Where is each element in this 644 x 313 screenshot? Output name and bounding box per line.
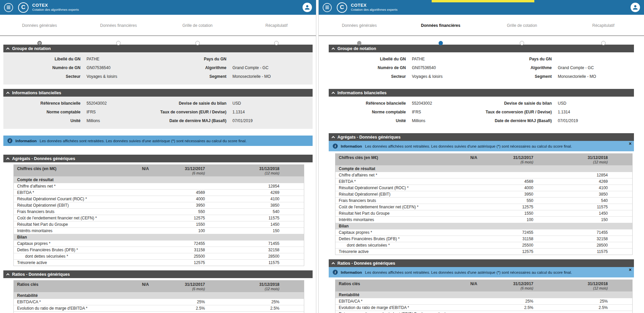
cell-2017: 72455 bbox=[165, 241, 205, 247]
table-row: Résultat Net Part du Groupe 1550 1450 bbox=[335, 210, 632, 216]
row-label: Résultat Net Part du Groupe bbox=[14, 221, 126, 227]
section-header-groupe[interactable]: Groupe de notation bbox=[329, 45, 634, 52]
cell-2017: 25500 bbox=[165, 253, 205, 259]
step-donnees-financieres[interactable]: Données financières bbox=[79, 22, 158, 42]
step-recapitulatif[interactable]: Récapitulatif bbox=[563, 22, 644, 42]
field-label: Libellé du GN bbox=[3, 57, 80, 61]
page-content: Groupe de notation Libellé du GN PATHE N… bbox=[0, 45, 316, 313]
section-header-ratios[interactable]: Ratios - Données génériques bbox=[3, 270, 313, 278]
cell-na bbox=[454, 294, 493, 296]
field-label: Secteur bbox=[329, 74, 406, 79]
app-window-left: C COTEX Cotation des algorithmes experts… bbox=[0, 0, 316, 313]
app-titles: COTEX Cotation des algorithmes experts bbox=[351, 3, 397, 12]
row-label: Capitaux propres * bbox=[14, 241, 126, 247]
info-banner-label: Information bbox=[341, 144, 362, 148]
hamburger-menu-button[interactable] bbox=[323, 3, 332, 12]
row-label: Retour sur capitaux employés brut (EBIT/… bbox=[335, 311, 454, 313]
user-avatar-icon[interactable] bbox=[303, 3, 312, 12]
app-titles: COTEX Cotation des algorithmes experts bbox=[32, 3, 79, 12]
cell-na bbox=[454, 187, 493, 189]
step-recapitulatif[interactable]: Récapitulatif bbox=[237, 22, 316, 42]
app-title: COTEX bbox=[351, 3, 397, 8]
cell-2017: 1550 bbox=[165, 221, 205, 227]
cell-2017 bbox=[493, 168, 533, 169]
table-row: Frais financiers bruts 550 540 bbox=[335, 197, 632, 204]
cell-2017 bbox=[165, 186, 205, 187]
field-label: Référence bilancielle bbox=[3, 101, 80, 106]
cell-na bbox=[454, 307, 493, 308]
section-title: Agrégats - Données génériques bbox=[12, 156, 75, 161]
cell-2017: 4000 bbox=[165, 196, 205, 202]
step-donnees-generales[interactable]: Données générales bbox=[319, 22, 400, 42]
cell-2017: 4569 bbox=[165, 190, 205, 196]
row-label: Compte de résultat bbox=[335, 166, 454, 172]
cell-2018: 11575 bbox=[533, 249, 632, 255]
user-avatar-icon[interactable] bbox=[631, 3, 640, 12]
field-value: GN07536540 bbox=[87, 65, 110, 70]
cell-2017: 12575 bbox=[165, 260, 205, 266]
cell-na bbox=[454, 181, 493, 182]
table-row: Chiffre d'affaires net * 12854 bbox=[335, 172, 632, 178]
ratios-cles-table: Ratios clés N/A 31/12/2017 (6 mois) 31/1… bbox=[335, 279, 633, 313]
step-donnees-financieres[interactable]: Données financières bbox=[400, 22, 482, 42]
section-header-agregats[interactable]: Agrégats - Données génériques bbox=[3, 155, 313, 162]
row-label: Bilan bbox=[14, 234, 126, 240]
field-label: Segment bbox=[151, 74, 226, 79]
section-header-bilan[interactable]: Informations bilancielles bbox=[329, 89, 634, 97]
step-grille-de-cotation[interactable]: Grille de cotation bbox=[158, 22, 237, 42]
row-label: Résultat Opérationnel Courant (ROC) * bbox=[14, 196, 126, 202]
cell-2018: 3850 bbox=[205, 202, 304, 208]
cell-2017: 1550 bbox=[493, 210, 533, 216]
cell-2018: 11575 bbox=[533, 204, 632, 210]
stepper: Données générales Données financières Gr… bbox=[0, 15, 316, 42]
cell-2018: 150 bbox=[205, 228, 304, 234]
hamburger-menu-button[interactable] bbox=[4, 3, 13, 12]
section-header-bilan[interactable]: Informations bilancielles bbox=[3, 89, 313, 97]
table-row: Evolution du ratio de marge d'EBITDA * 2… bbox=[335, 304, 632, 311]
form-field: Norme comptable IFRS bbox=[3, 108, 151, 117]
cell-2018: 11575 bbox=[205, 215, 304, 221]
row-label: dont dettes sécurisées * bbox=[335, 242, 454, 248]
chevron-up-icon bbox=[6, 48, 10, 51]
field-label: Numéro de GN bbox=[329, 65, 406, 70]
cell-2018 bbox=[533, 294, 632, 296]
table-header-2017: 31/12/2017 (6 mois) bbox=[165, 165, 205, 176]
info-banner-text: Les données affichées sont retraitées. L… bbox=[365, 144, 572, 148]
row-label: Frais financiers bruts bbox=[14, 209, 126, 215]
section-title: Ratios - Données génériques bbox=[12, 272, 70, 277]
table-row: Résultat Opérationnel (EBIT) 3950 3850 bbox=[14, 202, 304, 208]
section-header-ratios[interactable]: Ratios - Données génériques bbox=[329, 259, 634, 267]
cell-2017: 31158 bbox=[165, 247, 205, 253]
step-dot bbox=[357, 41, 362, 45]
cell-na bbox=[126, 217, 165, 219]
field-label: Unité bbox=[329, 118, 406, 123]
section-header-agregats[interactable]: Agrégats - Données génériques bbox=[329, 133, 634, 141]
table-header-name: Ratios clés bbox=[14, 280, 126, 292]
form-field: Unité Millions bbox=[3, 117, 151, 125]
cell-na bbox=[454, 168, 493, 169]
cell-2018: 28500 bbox=[533, 242, 632, 248]
close-icon[interactable]: × bbox=[629, 141, 632, 146]
info-banner-label: Information bbox=[341, 270, 362, 274]
cell-na bbox=[126, 205, 165, 206]
cell-2017: 4569 bbox=[493, 178, 533, 185]
table-row: Coût de l'endettement financier net (CEF… bbox=[335, 204, 632, 210]
step-donnees-generales[interactable]: Données générales bbox=[0, 22, 79, 42]
step-grille-de-cotation[interactable]: Grille de cotation bbox=[481, 22, 563, 42]
section-header-groupe[interactable]: Groupe de notation bbox=[3, 45, 313, 52]
field-label: Algorithme bbox=[476, 65, 552, 70]
cell-2018: 32158 bbox=[533, 236, 632, 242]
close-icon[interactable]: × bbox=[629, 267, 632, 272]
info-banner-label: Information bbox=[15, 139, 37, 143]
field-value: 552043002 bbox=[87, 101, 107, 106]
row-label: EBITDA/CA * bbox=[335, 298, 454, 304]
table-header-2017: 31/12/2017 (6 mois) bbox=[165, 280, 205, 292]
form-field: Référence bilancielle 552043002 bbox=[329, 99, 476, 108]
cell-2018 bbox=[533, 168, 632, 169]
cell-2017: 31158 bbox=[493, 236, 533, 242]
table-row: Rentabilité bbox=[14, 292, 304, 299]
field-value: Millions bbox=[87, 118, 100, 123]
section-title: Groupe de notation bbox=[337, 46, 376, 51]
chevron-up-icon bbox=[6, 158, 10, 161]
table-header-na: N/A bbox=[454, 154, 493, 165]
